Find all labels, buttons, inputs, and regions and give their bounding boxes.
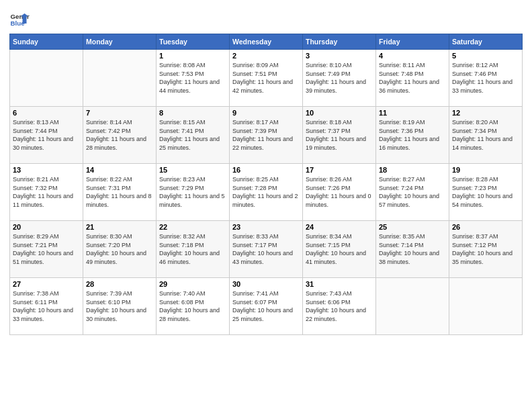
- day-info: Sunrise: 8:08 AM Sunset: 7:53 PM Dayligh…: [159, 61, 226, 95]
- calendar-cell: 20Sunrise: 8:29 AM Sunset: 7:21 PM Dayli…: [10, 221, 83, 278]
- day-info: Sunrise: 8:13 AM Sunset: 7:44 PM Dayligh…: [13, 118, 80, 152]
- day-info: Sunrise: 8:29 AM Sunset: 7:21 PM Dayligh…: [13, 232, 80, 266]
- weekday-header-thursday: Thursday: [303, 34, 376, 50]
- calendar-cell: 23Sunrise: 8:33 AM Sunset: 7:17 PM Dayli…: [230, 221, 303, 278]
- day-number: 21: [86, 223, 153, 231]
- calendar-cell: 17Sunrise: 8:26 AM Sunset: 7:26 PM Dayli…: [303, 164, 376, 221]
- day-info: Sunrise: 8:32 AM Sunset: 7:18 PM Dayligh…: [159, 232, 226, 266]
- calendar-cell: [10, 50, 83, 107]
- calendar-cell: 5Sunrise: 8:12 AM Sunset: 7:46 PM Daylig…: [449, 50, 523, 107]
- calendar-cell: 30Sunrise: 7:41 AM Sunset: 6:07 PM Dayli…: [230, 278, 303, 335]
- day-number: 7: [86, 109, 153, 117]
- calendar-cell: 27Sunrise: 7:38 AM Sunset: 6:11 PM Dayli…: [10, 278, 83, 335]
- day-number: 26: [452, 223, 519, 231]
- day-info: Sunrise: 8:20 AM Sunset: 7:34 PM Dayligh…: [452, 118, 519, 152]
- day-number: 17: [306, 166, 373, 174]
- day-info: Sunrise: 8:12 AM Sunset: 7:46 PM Dayligh…: [452, 61, 519, 95]
- day-number: 27: [13, 280, 80, 288]
- week-row-4: 20Sunrise: 8:29 AM Sunset: 7:21 PM Dayli…: [10, 221, 523, 278]
- day-number: 2: [232, 52, 300, 60]
- calendar-cell: 12Sunrise: 8:20 AM Sunset: 7:34 PM Dayli…: [449, 107, 523, 164]
- calendar-cell: 26Sunrise: 8:37 AM Sunset: 7:12 PM Dayli…: [449, 221, 523, 278]
- day-info: Sunrise: 8:15 AM Sunset: 7:41 PM Dayligh…: [159, 118, 226, 152]
- day-info: Sunrise: 8:17 AM Sunset: 7:39 PM Dayligh…: [232, 118, 300, 152]
- day-info: Sunrise: 8:14 AM Sunset: 7:42 PM Dayligh…: [86, 118, 153, 152]
- day-info: Sunrise: 8:37 AM Sunset: 7:12 PM Dayligh…: [452, 232, 519, 266]
- day-number: 20: [13, 223, 80, 231]
- calendar-page: General Blue SundayMondayTuesdayWednesda…: [0, 0, 532, 411]
- day-info: Sunrise: 8:18 AM Sunset: 7:37 PM Dayligh…: [306, 118, 373, 152]
- day-info: Sunrise: 8:22 AM Sunset: 7:31 PM Dayligh…: [86, 175, 153, 209]
- day-number: 29: [159, 280, 226, 288]
- calendar-cell: 14Sunrise: 8:22 AM Sunset: 7:31 PM Dayli…: [83, 164, 157, 221]
- day-number: 3: [306, 52, 373, 60]
- weekday-header-row: SundayMondayTuesdayWednesdayThursdayFrid…: [10, 34, 523, 50]
- calendar-cell: 7Sunrise: 8:14 AM Sunset: 7:42 PM Daylig…: [83, 107, 157, 164]
- day-number: 28: [86, 280, 153, 288]
- day-info: Sunrise: 8:28 AM Sunset: 7:23 PM Dayligh…: [452, 175, 519, 209]
- logo: General Blue: [9, 9, 30, 30]
- calendar-cell: 19Sunrise: 8:28 AM Sunset: 7:23 PM Dayli…: [449, 164, 523, 221]
- day-number: 15: [159, 166, 226, 174]
- calendar-cell: 2Sunrise: 8:09 AM Sunset: 7:51 PM Daylig…: [230, 50, 303, 107]
- calendar-cell: 16Sunrise: 8:25 AM Sunset: 7:28 PM Dayli…: [230, 164, 303, 221]
- calendar-cell: 3Sunrise: 8:10 AM Sunset: 7:49 PM Daylig…: [303, 50, 376, 107]
- day-info: Sunrise: 8:33 AM Sunset: 7:17 PM Dayligh…: [232, 232, 300, 266]
- calendar-cell: 25Sunrise: 8:35 AM Sunset: 7:14 PM Dayli…: [376, 221, 449, 278]
- day-info: Sunrise: 7:43 AM Sunset: 6:06 PM Dayligh…: [306, 289, 373, 323]
- day-number: 16: [232, 166, 300, 174]
- day-info: Sunrise: 8:34 AM Sunset: 7:15 PM Dayligh…: [306, 232, 373, 266]
- day-info: Sunrise: 7:40 AM Sunset: 6:08 PM Dayligh…: [159, 289, 226, 323]
- calendar-cell: [376, 278, 449, 335]
- calendar-cell: 21Sunrise: 8:30 AM Sunset: 7:20 PM Dayli…: [83, 221, 157, 278]
- weekday-header-friday: Friday: [376, 34, 449, 50]
- calendar-cell: 18Sunrise: 8:27 AM Sunset: 7:24 PM Dayli…: [376, 164, 449, 221]
- day-info: Sunrise: 7:38 AM Sunset: 6:11 PM Dayligh…: [13, 289, 80, 323]
- day-number: 22: [159, 223, 226, 231]
- day-number: 10: [306, 109, 373, 117]
- calendar-cell: 6Sunrise: 8:13 AM Sunset: 7:44 PM Daylig…: [10, 107, 83, 164]
- day-info: Sunrise: 8:21 AM Sunset: 7:32 PM Dayligh…: [13, 175, 80, 209]
- week-row-1: 1Sunrise: 8:08 AM Sunset: 7:53 PM Daylig…: [10, 50, 523, 107]
- day-info: Sunrise: 8:30 AM Sunset: 7:20 PM Dayligh…: [86, 232, 153, 266]
- calendar-cell: 10Sunrise: 8:18 AM Sunset: 7:37 PM Dayli…: [303, 107, 376, 164]
- header: General Blue: [9, 7, 523, 30]
- week-row-2: 6Sunrise: 8:13 AM Sunset: 7:44 PM Daylig…: [10, 107, 523, 164]
- week-row-5: 27Sunrise: 7:38 AM Sunset: 6:11 PM Dayli…: [10, 278, 523, 335]
- day-number: 25: [379, 223, 446, 231]
- day-number: 30: [232, 280, 300, 288]
- calendar-cell: 22Sunrise: 8:32 AM Sunset: 7:18 PM Dayli…: [157, 221, 230, 278]
- weekday-header-wednesday: Wednesday: [230, 34, 303, 50]
- day-info: Sunrise: 8:10 AM Sunset: 7:49 PM Dayligh…: [306, 61, 373, 95]
- day-number: 12: [452, 109, 519, 117]
- day-number: 4: [379, 52, 446, 60]
- day-number: 18: [379, 166, 446, 174]
- weekday-header-sunday: Sunday: [10, 34, 83, 50]
- day-info: Sunrise: 7:39 AM Sunset: 6:10 PM Dayligh…: [86, 289, 153, 323]
- calendar-cell: [83, 50, 157, 107]
- weekday-header-tuesday: Tuesday: [157, 34, 230, 50]
- day-info: Sunrise: 8:25 AM Sunset: 7:28 PM Dayligh…: [232, 175, 300, 209]
- day-number: 5: [452, 52, 519, 60]
- calendar-cell: 8Sunrise: 8:15 AM Sunset: 7:41 PM Daylig…: [157, 107, 230, 164]
- day-number: 8: [159, 109, 226, 117]
- day-info: Sunrise: 7:41 AM Sunset: 6:07 PM Dayligh…: [232, 289, 300, 323]
- day-info: Sunrise: 8:11 AM Sunset: 7:48 PM Dayligh…: [379, 61, 446, 95]
- day-number: 24: [306, 223, 373, 231]
- calendar-cell: 13Sunrise: 8:21 AM Sunset: 7:32 PM Dayli…: [10, 164, 83, 221]
- day-number: 1: [159, 52, 226, 60]
- day-number: 23: [232, 223, 300, 231]
- calendar-cell: 9Sunrise: 8:17 AM Sunset: 7:39 PM Daylig…: [230, 107, 303, 164]
- day-info: Sunrise: 8:35 AM Sunset: 7:14 PM Dayligh…: [379, 232, 446, 266]
- day-info: Sunrise: 8:09 AM Sunset: 7:51 PM Dayligh…: [232, 61, 300, 95]
- calendar-cell: 28Sunrise: 7:39 AM Sunset: 6:10 PM Dayli…: [83, 278, 157, 335]
- day-number: 13: [13, 166, 80, 174]
- day-number: 6: [13, 109, 80, 117]
- logo-icon: General Blue: [9, 9, 30, 30]
- day-number: 19: [452, 166, 519, 174]
- day-info: Sunrise: 8:27 AM Sunset: 7:24 PM Dayligh…: [379, 175, 446, 209]
- weekday-header-monday: Monday: [83, 34, 157, 50]
- day-info: Sunrise: 8:26 AM Sunset: 7:26 PM Dayligh…: [306, 175, 373, 209]
- day-number: 31: [306, 280, 373, 288]
- calendar-cell: 4Sunrise: 8:11 AM Sunset: 7:48 PM Daylig…: [376, 50, 449, 107]
